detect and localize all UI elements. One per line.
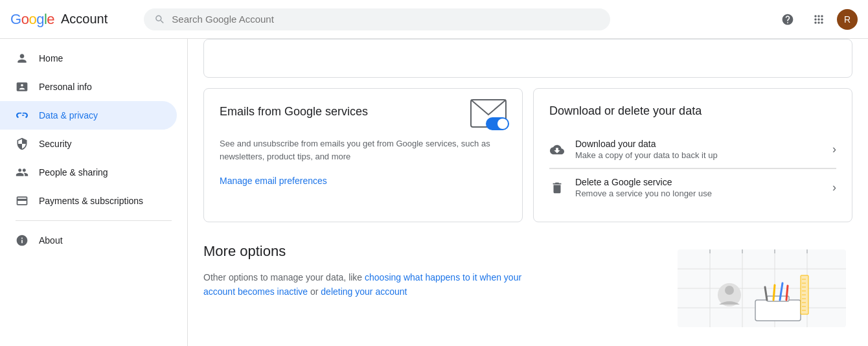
- download-delete-card: Download or delete your data Download yo…: [533, 88, 852, 222]
- main-content: Emails from Google services See and unsu…: [188, 39, 868, 346]
- download-data-row[interactable]: Download your data Make a copy of your d…: [549, 131, 836, 168]
- payments-icon: [16, 194, 29, 207]
- sidebar-item-payments[interactable]: Payments & subscriptions: [0, 187, 177, 215]
- help-button[interactable]: [775, 6, 801, 32]
- people-sharing-icon: [16, 166, 29, 179]
- more-options-description: Other options to manage your data, like …: [203, 270, 527, 299]
- security-icon: [16, 137, 29, 150]
- sidebar-label-about: About: [39, 235, 63, 246]
- email-services-card: Emails from Google services See and unsu…: [203, 88, 523, 222]
- email-icon-container: [470, 99, 507, 130]
- sidebar-divider: [16, 220, 172, 221]
- more-options-text: More options Other options to manage you…: [203, 243, 527, 299]
- delete-service-text: Delete a Google service Remove a service…: [575, 177, 822, 198]
- delete-service-desc: Remove a service you no longer use: [575, 189, 822, 198]
- trash-icon: [549, 180, 565, 196]
- delete-service-chevron: ›: [832, 181, 836, 194]
- download-card-title: Download or delete your data: [549, 104, 836, 118]
- svg-line-20: [786, 286, 788, 300]
- svg-point-14: [725, 286, 734, 295]
- email-card-header: Emails from Google services: [220, 104, 507, 130]
- sidebar: Home Personal info Data & privacy Securi…: [0, 39, 188, 346]
- help-icon: [781, 13, 794, 26]
- cloud-download-icon: [549, 142, 565, 157]
- sidebar-item-data-privacy[interactable]: Data & privacy: [0, 101, 177, 130]
- email-card-title: Emails from Google services: [220, 104, 368, 119]
- header-logo: Google Account: [10, 11, 133, 28]
- header: Google Account R: [0, 0, 868, 39]
- more-options-section: More options Other options to manage you…: [203, 238, 852, 339]
- home-icon: [16, 52, 29, 65]
- search-input[interactable]: [172, 14, 600, 25]
- delete-service-row[interactable]: Delete a Google service Remove a service…: [549, 168, 836, 206]
- download-data-desc: Make a copy of your data to back it up: [575, 150, 822, 160]
- more-options-layout: More options Other options to manage you…: [203, 243, 852, 334]
- cards-row: Emails from Google services See and unsu…: [203, 88, 852, 222]
- search-icon: [154, 14, 165, 25]
- apps-icon: [812, 13, 825, 26]
- sidebar-label-home: Home: [39, 53, 63, 63]
- sidebar-label-data-privacy: Data & privacy: [39, 110, 98, 121]
- sidebar-item-people-sharing[interactable]: People & sharing: [0, 158, 177, 187]
- layout: Home Personal info Data & privacy Securi…: [0, 39, 868, 346]
- sidebar-label-personal-info: Personal info: [39, 82, 92, 92]
- more-options-illustration: [671, 243, 852, 334]
- sidebar-item-home[interactable]: Home: [0, 44, 177, 73]
- top-partial-card: [203, 39, 852, 78]
- delete-account-link[interactable]: deleting your account: [321, 286, 407, 297]
- user-avatar[interactable]: R: [837, 9, 858, 30]
- delete-service-title: Delete a Google service: [575, 177, 822, 187]
- manage-email-preferences-link[interactable]: Manage email preferences: [220, 176, 327, 186]
- svg-rect-15: [755, 300, 801, 321]
- sidebar-item-security[interactable]: Security: [0, 130, 177, 158]
- sidebar-item-personal-info[interactable]: Personal info: [0, 73, 177, 101]
- email-toggle-overlay: [486, 117, 509, 132]
- search-bar[interactable]: [144, 8, 610, 30]
- header-actions: R: [775, 6, 858, 32]
- download-data-title: Download your data: [575, 139, 822, 149]
- data-privacy-icon: [16, 109, 29, 122]
- more-options-title: More options: [203, 243, 527, 260]
- download-data-chevron: ›: [832, 143, 836, 156]
- personal-info-icon: [16, 80, 29, 93]
- sidebar-label-security: Security: [39, 139, 72, 149]
- google-logo-text: Google: [10, 11, 54, 28]
- apps-button[interactable]: [806, 6, 832, 32]
- header-title: Account: [61, 12, 108, 27]
- about-icon: [16, 234, 29, 247]
- download-data-text: Download your data Make a copy of your d…: [575, 139, 822, 160]
- sidebar-item-about[interactable]: About: [0, 226, 177, 255]
- sidebar-label-payments: Payments & subscriptions: [39, 196, 143, 206]
- email-toggle[interactable]: [486, 117, 509, 130]
- svg-line-18: [773, 285, 775, 300]
- sidebar-label-people-sharing: People & sharing: [39, 167, 108, 178]
- email-card-description: See and unsubscribe from emails you get …: [220, 137, 507, 163]
